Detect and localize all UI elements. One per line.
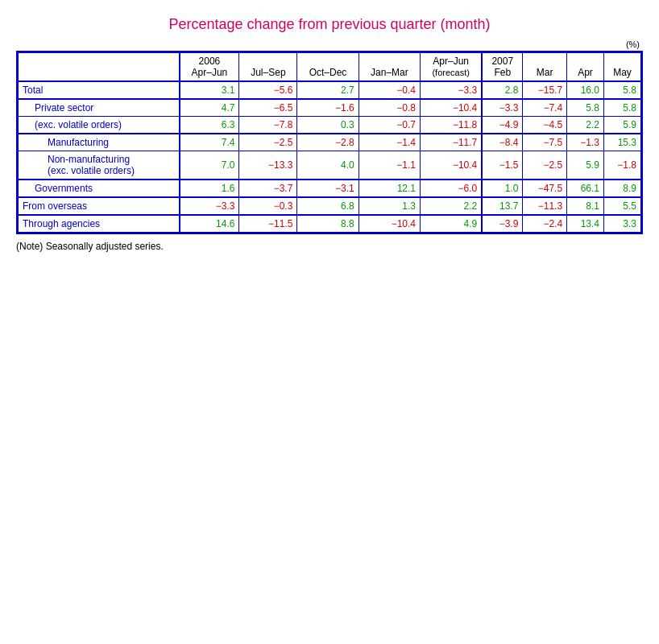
cell-r3-c5: −8.4: [482, 134, 523, 151]
cell-r6-c4: 2.2: [421, 197, 483, 215]
cell-r2-c1: −7.8: [239, 117, 297, 134]
cell-r0-c1: −5.6: [239, 81, 297, 99]
page-title: Percentage change from previous quarter …: [16, 16, 643, 33]
cell-r5-c2: −3.1: [297, 180, 359, 197]
cell-r0-c2: 2.7: [297, 81, 359, 99]
cell-r7-c6: −2.4: [523, 215, 567, 233]
cell-r2-c5: −4.9: [482, 117, 523, 134]
row-label-7: Through agencies: [19, 215, 180, 233]
cell-r1-c8: 5.8: [604, 99, 641, 117]
row-label-5: Governments: [19, 180, 180, 197]
cell-r1-c1: −6.5: [239, 99, 297, 117]
cell-r2-c0: 6.3: [180, 117, 239, 134]
table-row: Governments1.6−3.7−3.112.1−6.01.0−47.566…: [19, 180, 641, 197]
cell-r0-c0: 3.1: [180, 81, 239, 99]
col-header-2006apr: 2006Apr–Jun: [180, 53, 239, 82]
cell-r7-c5: −3.9: [482, 215, 523, 233]
col-header-2007: 2007Feb: [482, 53, 523, 82]
cell-r7-c3: −10.4: [359, 215, 420, 233]
cell-r3-c6: −7.5: [523, 134, 567, 151]
note-text: (Note) Seasonally adjusted series.: [16, 241, 643, 252]
col-header-apr: Apr: [567, 53, 604, 82]
table-row: (exc. volatile orders)6.3−7.80.3−0.7−11.…: [19, 117, 641, 134]
cell-r1-c0: 4.7: [180, 99, 239, 117]
cell-r5-c7: 66.1: [567, 180, 604, 197]
cell-r4-c0: 7.0: [180, 151, 239, 180]
cell-r3-c8: 15.3: [604, 134, 641, 151]
col-header-oct: Oct–Dec: [297, 53, 359, 82]
row-label-4: Non-manufacturing(exc. volatile orders): [19, 151, 180, 180]
cell-r2-c6: −4.5: [523, 117, 567, 134]
table-row: Non-manufacturing(exc. volatile orders)7…: [19, 151, 641, 180]
cell-r4-c5: −1.5: [482, 151, 523, 180]
cell-r7-c8: 3.3: [604, 215, 641, 233]
data-table: 2006Apr–Jun Jul–Sep Oct–Dec Jan–Mar Apr–…: [16, 51, 643, 234]
cell-r5-c3: 12.1: [359, 180, 420, 197]
cell-r0-c3: −0.4: [359, 81, 420, 99]
cell-r1-c4: −10.4: [421, 99, 483, 117]
cell-r1-c2: −1.6: [297, 99, 359, 117]
cell-r4-c6: −2.5: [523, 151, 567, 180]
cell-r7-c4: 4.9: [421, 215, 483, 233]
cell-r0-c7: 16.0: [567, 81, 604, 99]
row-label-3: Manufacturing: [19, 134, 180, 151]
cell-r4-c1: −13.3: [239, 151, 297, 180]
cell-r3-c3: −1.4: [359, 134, 420, 151]
cell-r5-c8: 8.9: [604, 180, 641, 197]
cell-r5-c0: 1.6: [180, 180, 239, 197]
cell-r2-c2: 0.3: [297, 117, 359, 134]
cell-r6-c3: 1.3: [359, 197, 420, 215]
cell-r0-c5: 2.8: [482, 81, 523, 99]
cell-r4-c7: 5.9: [567, 151, 604, 180]
col-header-aprfore: Apr–Jun(forecast): [421, 53, 483, 82]
col-header-jan: Jan–Mar: [359, 53, 420, 82]
cell-r5-c6: −47.5: [523, 180, 567, 197]
cell-r6-c7: 8.1: [567, 197, 604, 215]
col-header-label: [19, 53, 180, 82]
cell-r3-c1: −2.5: [239, 134, 297, 151]
cell-r2-c7: 2.2: [567, 117, 604, 134]
cell-r6-c1: −0.3: [239, 197, 297, 215]
cell-r3-c0: 7.4: [180, 134, 239, 151]
cell-r6-c0: −3.3: [180, 197, 239, 215]
row-label-1: Private sector: [19, 99, 180, 117]
col-header-mar: Mar: [523, 53, 567, 82]
col-header-jul: Jul–Sep: [239, 53, 297, 82]
cell-r5-c5: 1.0: [482, 180, 523, 197]
table-row: Through agencies14.6−11.58.8−10.44.9−3.9…: [19, 215, 641, 233]
cell-r3-c7: −1.3: [567, 134, 604, 151]
cell-r1-c3: −0.8: [359, 99, 420, 117]
table-header: 2006Apr–Jun Jul–Sep Oct–Dec Jan–Mar Apr–…: [19, 53, 641, 82]
cell-r4-c4: −10.4: [421, 151, 483, 180]
cell-r7-c0: 14.6: [180, 215, 239, 233]
cell-r7-c1: −11.5: [239, 215, 297, 233]
row-label-2: (exc. volatile orders): [19, 117, 180, 134]
cell-r2-c3: −0.7: [359, 117, 420, 134]
row-label-0: Total: [19, 81, 180, 99]
table-row: Total3.1−5.62.7−0.4−3.32.8−15.716.05.8: [19, 81, 641, 99]
cell-r4-c8: −1.8: [604, 151, 641, 180]
unit-label: (%): [16, 39, 643, 49]
cell-r5-c4: −6.0: [421, 180, 483, 197]
col-header-may: May: [604, 53, 641, 82]
row-label-6: From overseas: [19, 197, 180, 215]
cell-r2-c8: 5.9: [604, 117, 641, 134]
cell-r4-c3: −1.1: [359, 151, 420, 180]
table-row: From overseas−3.3−0.36.81.32.213.7−11.38…: [19, 197, 641, 215]
cell-r6-c6: −11.3: [523, 197, 567, 215]
cell-r5-c1: −3.7: [239, 180, 297, 197]
table-row: Private sector4.7−6.5−1.6−0.8−10.4−3.3−7…: [19, 99, 641, 117]
cell-r4-c2: 4.0: [297, 151, 359, 180]
cell-r2-c4: −11.8: [421, 117, 483, 134]
cell-r0-c8: 5.8: [604, 81, 641, 99]
cell-r7-c7: 13.4: [567, 215, 604, 233]
cell-r3-c2: −2.8: [297, 134, 359, 151]
cell-r3-c4: −11.7: [421, 134, 483, 151]
cell-r1-c5: −3.3: [482, 99, 523, 117]
cell-r0-c6: −15.7: [523, 81, 567, 99]
cell-r6-c8: 5.5: [604, 197, 641, 215]
cell-r6-c5: 13.7: [482, 197, 523, 215]
cell-r1-c7: 5.8: [567, 99, 604, 117]
cell-r6-c2: 6.8: [297, 197, 359, 215]
table-row: Manufacturing7.4−2.5−2.8−1.4−11.7−8.4−7.…: [19, 134, 641, 151]
